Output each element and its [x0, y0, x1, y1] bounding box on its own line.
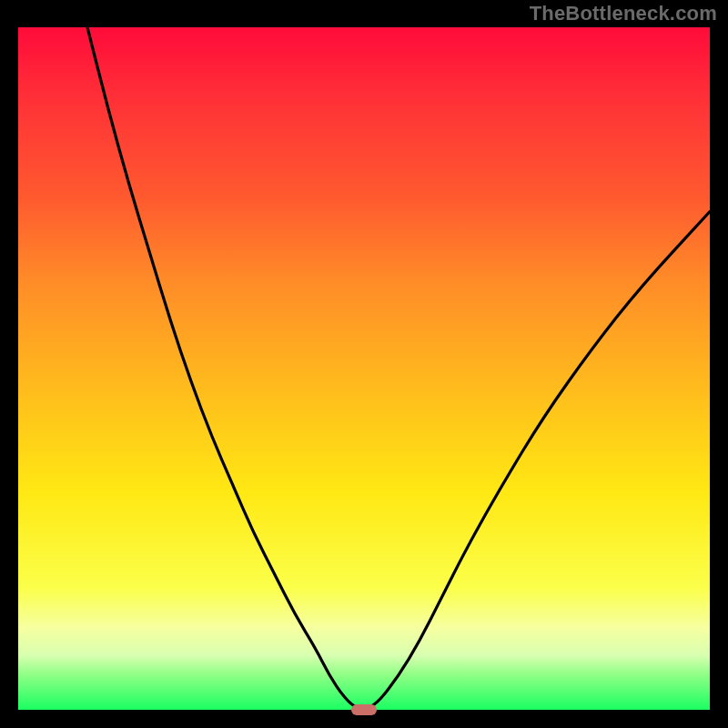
chart-container: TheBottleneck.com [0, 0, 728, 728]
plot-area [18, 27, 710, 710]
optimum-marker [351, 704, 377, 715]
bottleneck-curve [87, 27, 710, 709]
attribution-text: TheBottleneck.com [530, 2, 717, 25]
curve-svg [18, 27, 710, 710]
